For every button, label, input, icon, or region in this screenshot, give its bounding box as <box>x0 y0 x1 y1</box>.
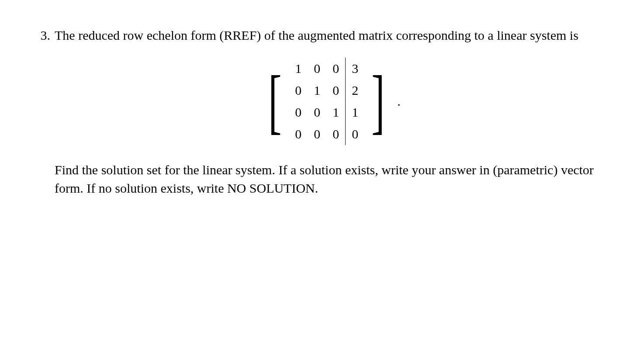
left-bracket-icon: [ <box>269 69 282 133</box>
matrix-row: 1 0 0 3 <box>289 58 364 80</box>
matrix-row: 0 0 1 1 <box>289 101 364 123</box>
matrix-cell-aug: 2 <box>346 80 365 101</box>
matrix-cell: 1 <box>326 101 346 123</box>
matrix-cell: 1 <box>289 58 308 80</box>
page-container: 3. The reduced row echelon form (RREF) o… <box>0 0 644 232</box>
augmented-matrix: 1 0 0 3 0 1 0 2 <box>287 54 366 149</box>
problem: 3. The reduced row echelon form (RREF) o… <box>28 26 609 205</box>
matrix-row: 0 0 0 0 <box>289 123 364 145</box>
matrix-display: [ 1 0 0 3 0 1 0 <box>55 54 609 149</box>
matrix-cell: 0 <box>326 58 346 80</box>
matrix-cell: 0 <box>289 101 308 123</box>
matrix-cell: 0 <box>326 80 346 101</box>
matrix-cell-aug: 0 <box>346 123 365 145</box>
problem-number: 3. <box>28 26 55 45</box>
matrix-row: 0 1 0 2 <box>289 80 364 101</box>
matrix-cell: 0 <box>326 123 346 145</box>
matrix-cell: 1 <box>308 80 326 101</box>
intro-text: The reduced row echelon form (RREF) of t… <box>55 26 609 45</box>
instruction-text: Find the solution set for the linear sys… <box>55 161 609 197</box>
matrix-cell: 0 <box>308 101 326 123</box>
matrix-wrap: [ 1 0 0 3 0 1 0 <box>263 54 390 149</box>
matrix-cell: 0 <box>289 123 308 145</box>
matrix-cell: 0 <box>289 80 308 101</box>
matrix-cell: 0 <box>308 123 326 145</box>
matrix-cell: 0 <box>308 58 326 80</box>
right-bracket-icon: ] <box>372 69 385 133</box>
matrix-cell-aug: 3 <box>346 58 365 80</box>
matrix-period: . <box>397 92 401 111</box>
matrix-cell-aug: 1 <box>346 101 365 123</box>
problem-content: The reduced row echelon form (RREF) of t… <box>55 26 609 205</box>
